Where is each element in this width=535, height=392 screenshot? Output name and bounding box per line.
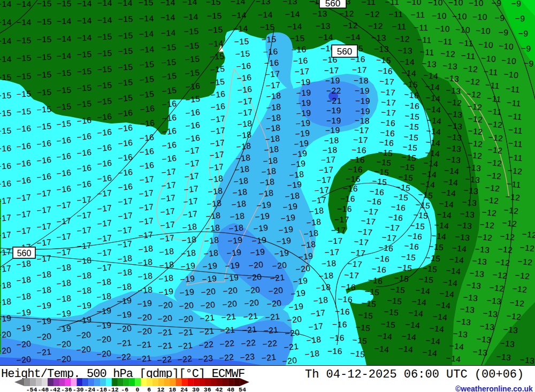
svg-text:−19: −19: [355, 106, 371, 116]
svg-text:−13: −13: [472, 256, 488, 267]
svg-text:−15: −15: [185, 68, 200, 78]
svg-text:−12: −12: [447, 97, 463, 108]
svg-text:−14: −14: [398, 344, 414, 355]
svg-text:−14: −14: [160, 13, 175, 22]
svg-text:−14: −14: [77, 33, 93, 43]
svg-text:−12: −12: [440, 49, 456, 59]
svg-text:−16: −16: [350, 155, 365, 165]
svg-text:−14: −14: [426, 116, 442, 126]
svg-text:−15: −15: [358, 310, 374, 321]
svg-text:−17: −17: [139, 174, 155, 185]
svg-text:36: 36: [204, 386, 211, 392]
svg-text:−12: −12: [509, 298, 525, 309]
svg-text:−16: −16: [36, 172, 52, 182]
svg-text:−17: −17: [97, 218, 113, 229]
svg-text:−15: −15: [384, 307, 400, 318]
svg-text:−12: −12: [339, 9, 354, 18]
svg-text:−11: −11: [362, 0, 376, 6]
svg-text:−16: −16: [139, 133, 155, 143]
svg-text:−20: −20: [178, 314, 194, 325]
svg-text:−15: −15: [36, 104, 52, 114]
svg-text:−16: −16: [335, 307, 350, 317]
svg-text:−10: −10: [472, 12, 487, 22]
svg-text:−13: −13: [371, 33, 386, 42]
svg-text:−15: −15: [350, 349, 366, 359]
svg-text:−18: −18: [228, 223, 244, 234]
svg-text:−15: −15: [401, 252, 417, 263]
svg-text:−15: −15: [387, 296, 403, 306]
svg-text:−13: −13: [483, 309, 499, 319]
svg-text:−11: −11: [438, 36, 453, 46]
svg-text:−14: −14: [452, 243, 468, 254]
svg-text:−19: −19: [36, 316, 52, 327]
svg-text:−13: −13: [457, 220, 473, 231]
svg-text:−18: −18: [354, 76, 369, 85]
svg-text:−21: −21: [220, 325, 236, 336]
svg-text:−17: −17: [97, 203, 113, 214]
svg-text:−14: −14: [118, 0, 133, 7]
svg-text:−10: −10: [478, 40, 494, 49]
svg-text:−18: −18: [16, 291, 32, 302]
svg-text:−15: −15: [162, 71, 177, 81]
svg-text:−16: −16: [140, 104, 156, 114]
svg-text:−17: −17: [77, 225, 93, 236]
svg-text:−14: −14: [429, 324, 445, 334]
svg-text:−20: −20: [287, 314, 303, 325]
svg-text:−18: −18: [137, 257, 154, 268]
svg-text:−13: −13: [422, 59, 437, 69]
svg-text:−16: −16: [263, 47, 278, 56]
svg-text:−17: −17: [0, 264, 12, 274]
svg-text:−18: −18: [258, 188, 274, 199]
svg-text:0: 0: [136, 386, 140, 392]
svg-text:−15: −15: [418, 274, 434, 285]
svg-text:−13: −13: [447, 109, 463, 120]
svg-text:−12: −12: [498, 244, 514, 255]
svg-text:−11: −11: [508, 152, 523, 163]
svg-text:−13: −13: [446, 143, 462, 154]
svg-text:−16: −16: [97, 127, 113, 138]
svg-text:−13: −13: [475, 244, 491, 255]
svg-text:−17: −17: [353, 135, 369, 145]
svg-text:−12: −12: [477, 232, 493, 243]
svg-text:−18: −18: [265, 123, 281, 134]
svg-text:−16: −16: [237, 84, 253, 95]
svg-text:−15: −15: [422, 264, 438, 274]
svg-text:−15: −15: [415, 200, 431, 211]
svg-text:−16: −16: [140, 118, 156, 129]
svg-text:−19: −19: [77, 315, 93, 326]
svg-text:−18: −18: [205, 211, 221, 221]
svg-text:−15: −15: [374, 167, 390, 178]
svg-text:−13: −13: [374, 44, 389, 54]
svg-text:−15: −15: [404, 121, 420, 132]
svg-text:−20: −20: [200, 300, 216, 311]
svg-text:−17: −17: [379, 76, 395, 86]
svg-text:−15: −15: [398, 172, 414, 183]
svg-text:−14: −14: [446, 266, 462, 276]
svg-text:54: 54: [239, 386, 246, 392]
svg-text:−18: −18: [303, 228, 319, 239]
svg-text:−16: −16: [348, 165, 363, 174]
svg-text:−19: −19: [288, 302, 304, 312]
svg-text:−15: −15: [352, 335, 368, 346]
svg-text:−17: −17: [238, 107, 254, 118]
svg-text:−11: −11: [392, 22, 406, 32]
svg-text:−12: −12: [482, 207, 498, 218]
svg-text:−16: −16: [388, 212, 404, 223]
svg-text:−18: −18: [96, 277, 112, 288]
svg-text:−14: −14: [139, 44, 155, 54]
svg-text:−12: −12: [467, 102, 483, 112]
svg-text:−15: −15: [118, 78, 133, 88]
svg-text:−16: −16: [292, 45, 307, 55]
svg-text:−19: −19: [180, 274, 196, 285]
svg-text:−18: −18: [77, 271, 93, 281]
svg-text:-42: -42: [49, 386, 60, 392]
svg-text:−16: −16: [162, 126, 178, 137]
svg-text:−17: −17: [294, 66, 310, 76]
svg-text:−22: −22: [177, 354, 193, 365]
svg-text:−17: −17: [328, 236, 343, 246]
svg-text:−9: −9: [492, 0, 502, 7]
svg-text:−15: −15: [393, 192, 409, 203]
svg-text:−17: −17: [310, 308, 326, 319]
svg-text:−16: −16: [118, 167, 134, 178]
svg-text:−10: −10: [501, 56, 517, 66]
